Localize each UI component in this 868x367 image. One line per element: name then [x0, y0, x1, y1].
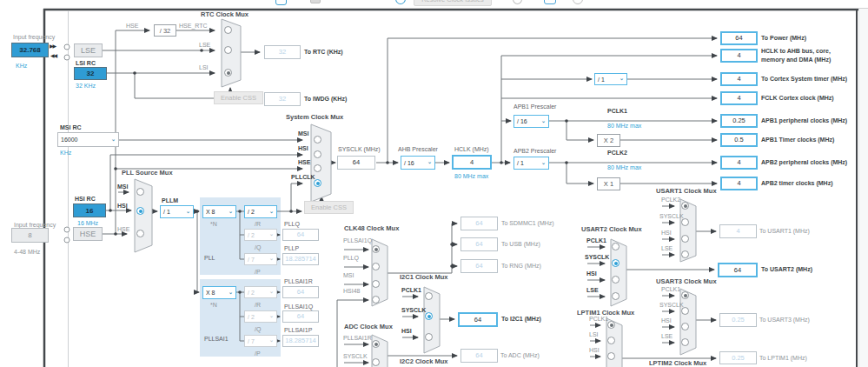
hsi-rc-box[interactable]: 16 [73, 204, 106, 217]
usart3-radio-lse[interactable] [681, 338, 689, 346]
to-i2c1-box[interactable]: 64 [458, 312, 498, 327]
sys-radio-msi[interactable] [314, 136, 321, 143]
to-usart1-label: To USART1 (MHz) [759, 228, 810, 235]
clk48-radio-pllq[interactable] [372, 263, 380, 270]
resolve-clock-issues-button[interactable]: Resolve Clock Issues [414, 0, 492, 6]
pclk2-max-label: 80 MHz max [607, 164, 641, 171]
fclk-label: FCLK Cortex clock (MHz) [761, 95, 834, 102]
pllsai1r-box: 64 [282, 286, 319, 298]
apb1-peripheral-box[interactable]: 0.25 [720, 114, 758, 128]
lptim1-radio-pclk1[interactable] [607, 321, 615, 329]
rtc-mux-radio-lsi[interactable] [224, 69, 232, 77]
pllp-label: PLLP [284, 245, 299, 252]
usart2-radio-hsi[interactable] [612, 276, 620, 284]
pll-q-value: / 2 [248, 232, 255, 238]
sys-radio-hsi[interactable] [314, 150, 321, 158]
rtc-mux-radio-lse[interactable] [224, 46, 232, 54]
to-usart2-box[interactable]: 64 [718, 263, 758, 277]
apb2-timer-box[interactable]: 4 [720, 177, 758, 190]
pllsai1-p-dropdown[interactable]: / 7⌄ [244, 335, 277, 347]
sys-radio-hse[interactable] [314, 164, 321, 172]
rtc-enable-css-button[interactable]: Enable CSS [214, 91, 263, 104]
lptim1-radio-lsi[interactable] [607, 337, 615, 344]
usart2-radio-lse[interactable] [612, 292, 620, 300]
apb1-prescaler-dropdown[interactable]: / 16⌄ [514, 115, 549, 128]
pll-p-dropdown[interactable]: / 7⌄ [244, 253, 277, 265]
cortex-timer-box[interactable]: 4 [720, 72, 758, 86]
hclk-max-label: 80 MHz max [454, 173, 488, 180]
pll-r-dropdown[interactable]: / 2⌄ [244, 205, 277, 218]
lptim1-radio-hsi[interactable] [607, 352, 615, 360]
expand-icon[interactable] [544, 0, 556, 4]
lsi-rc-box[interactable]: 32 [74, 67, 107, 80]
sys-radio-pllclk[interactable] [314, 179, 321, 187]
pllsrc-radio-hsi[interactable] [136, 207, 144, 215]
pllsai1-r-dropdown[interactable]: / 2⌄ [244, 286, 277, 298]
to-power-box[interactable]: 64 [720, 31, 758, 45]
adc-pllsai1r-label: PLLSAI1R [343, 335, 372, 342]
pllsai1-p-sub: /P [255, 350, 261, 357]
usart2-radio-pclk1[interactable] [612, 243, 620, 250]
rtc-mux-radio-hse[interactable] [224, 26, 232, 34]
usart1-radio-pclk2[interactable] [681, 202, 689, 210]
pll-q-dropdown[interactable]: / 2⌄ [244, 229, 277, 241]
pllsrc-radio-msi[interactable] [136, 188, 144, 196]
msi-rc-value: 16000 [61, 137, 77, 143]
apb1-timer-box[interactable]: 0.5 [720, 133, 758, 147]
pll-n-dropdown[interactable]: X 8⌄ [202, 205, 236, 218]
pllsrc-radio-hse[interactable] [136, 230, 144, 237]
pllm-dropdown[interactable]: / 1⌄ [160, 205, 194, 218]
i2c1-radio-hsi[interactable] [425, 333, 433, 341]
pllsai1q-label: PLLSAI1Q [284, 304, 313, 310]
usart3-radio-pclk1[interactable] [681, 291, 689, 299]
usart1-radio-lse[interactable] [681, 250, 689, 258]
usart3-radio-hsi[interactable] [681, 323, 689, 330]
usart3-sysclk-label: SYSCLK [659, 302, 684, 309]
new-file-icon[interactable] [275, 0, 287, 5]
apb2-timer-label: APB2 timer clocks (MHz) [761, 180, 832, 187]
adc-radio-pllsai1r[interactable] [372, 340, 380, 348]
chevron-down-icon: ⌄ [269, 256, 274, 261]
msi-rc-dropdown[interactable]: 16000⌄ [57, 132, 119, 147]
usart1-lse-label: LSE [661, 245, 673, 252]
chevron-down-icon: ⌄ [229, 209, 233, 214]
ahb-prescaler-dropdown[interactable]: / 16⌄ [401, 156, 435, 170]
hclk-box[interactable]: 4 [452, 155, 492, 170]
clk48-radio-pllsai1q[interactable] [372, 245, 380, 253]
save-icon[interactable] [310, 0, 321, 3]
pll-r-value: / 2 [248, 209, 255, 215]
pllsai1-q-dropdown[interactable]: / 2⌄ [244, 310, 277, 323]
hclk-ahb-box[interactable]: 4 [720, 49, 758, 63]
pllsai1-q-sub: /Q [255, 326, 261, 333]
hsi-freq-label: 16 MHz [77, 220, 98, 227]
usart3-hsi-label: HSI [661, 317, 672, 324]
cortex-prescaler-dropdown[interactable]: / 1⌄ [594, 73, 627, 85]
i2c1-radio-sysclk[interactable] [425, 312, 433, 320]
apb2-prescaler-dropdown[interactable]: / 1⌄ [514, 157, 549, 170]
vertical-scrollbar[interactable] [858, 9, 868, 367]
usart3-radio-sysclk[interactable] [681, 307, 689, 315]
apb2-peripheral-box[interactable]: 4 [720, 156, 758, 170]
usart1-radio-hsi[interactable] [681, 235, 689, 243]
pllsrc-hsi-label: HSI [117, 203, 128, 210]
chevron-down-icon: ⌄ [111, 137, 116, 142]
ahb-prescaler-label: AHB Prescaler [398, 146, 438, 153]
clk48-radio-msi[interactable] [372, 280, 380, 288]
usart2-radio-sysclk[interactable] [612, 259, 620, 267]
pllq-box: 64 [282, 229, 319, 241]
apb1-timer-label: APB1 Timer clocks (MHz) [761, 137, 834, 143]
pllsai1p-label: PLLSAI1P [284, 327, 312, 334]
pll-name-label: PLL [204, 255, 215, 262]
clk48-radio-hsi48[interactable] [372, 296, 380, 304]
pllsrc-msi-label: MSI [117, 184, 128, 190]
adc-radio-sysclk[interactable] [372, 358, 380, 366]
hsi-rc-label: HSI RC [75, 196, 96, 203]
chevron-down-icon: ⌄ [541, 118, 546, 123]
sys-enable-css-button[interactable]: Enable CSS [304, 201, 354, 214]
usart1-radio-sysclk[interactable] [681, 218, 689, 226]
fclk-box[interactable]: 4 [720, 91, 758, 105]
hse-input-frequency-field[interactable]: 8 [11, 228, 49, 243]
pllsai1-n-dropdown[interactable]: X 8⌄ [202, 286, 236, 299]
i2c1-radio-pclk1[interactable] [425, 292, 433, 300]
lse-input-frequency-field[interactable]: 32.768 [11, 43, 49, 57]
